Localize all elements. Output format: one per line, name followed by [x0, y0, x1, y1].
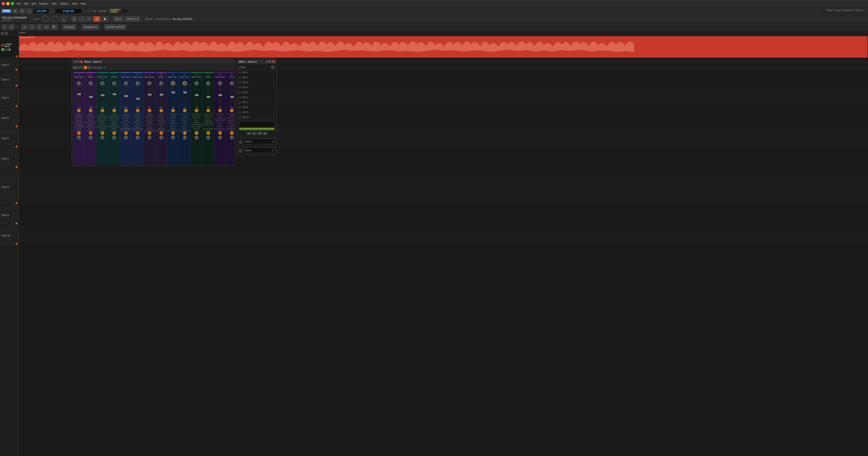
insert-gain-up[interactable]: ▶	[252, 132, 256, 135]
lock-btn-1[interactable]: 🔒	[8, 48, 11, 51]
tb3-file[interactable]: like-that_4566255	[104, 24, 126, 30]
insert-slot-6[interactable]: Slot 6	[237, 95, 276, 100]
ch-fader-4[interactable]	[90, 87, 91, 105]
ch-send-11[interactable]: ○	[171, 109, 175, 112]
insert-bottom-power1[interactable]: ○	[239, 140, 242, 144]
ch-fader-10[interactable]	[161, 87, 162, 105]
menu-patterns[interactable]: Patterns	[39, 2, 48, 5]
line-selector[interactable]: Line ▾	[113, 16, 123, 22]
mix-prev-btn[interactable]: ◀	[73, 66, 76, 69]
track-label-4[interactable]: Track 4	[0, 88, 18, 108]
track-label-2[interactable]: Track 2	[0, 58, 18, 72]
ch-fader-12[interactable]	[184, 87, 185, 105]
ch-knob-13[interactable]	[194, 81, 199, 86]
ch-send-8[interactable]: ○	[136, 109, 140, 112]
maximize-window-button[interactable]	[11, 2, 14, 5]
ch-knob-5[interactable]	[100, 81, 105, 86]
ch-bottom-send-13[interactable]	[195, 131, 198, 135]
ch-send-12[interactable]: ○	[183, 109, 187, 112]
ch-send-5[interactable]: ○	[101, 109, 104, 112]
arrow-btn[interactable]: →	[79, 16, 85, 22]
track-label-7[interactable]: Track 7	[0, 149, 18, 169]
stop-button[interactable]: ■	[20, 8, 25, 13]
ch-bottom-send-9[interactable]	[148, 131, 151, 135]
insert-slot-7[interactable]: Slot 7	[237, 100, 276, 105]
solo-btn-1[interactable]: S	[5, 48, 7, 51]
ch-send-13[interactable]: ○	[195, 109, 198, 112]
ch-fader-15[interactable]	[219, 87, 221, 105]
insert-titlebar[interactable]: Mixer - Insert 2 – □ ✕	[237, 59, 276, 64]
ch-fader-16[interactable]	[231, 87, 232, 105]
mixer-titlebar[interactable]: ✕ Mixer - Insert 2	[72, 59, 235, 64]
ch-bottom-send-12[interactable]	[183, 131, 187, 135]
track-label-1[interactable]: 2-Track BEAT ● S 🔒	[0, 36, 18, 58]
ch-knob-16[interactable]	[229, 81, 234, 86]
insert-close[interactable]: ✕	[272, 61, 275, 63]
ch-bottom-knob-6[interactable]	[112, 136, 116, 140]
track-label-10[interactable]: Track 10	[0, 226, 18, 246]
ch-bottom-send-7[interactable]	[124, 131, 128, 135]
ch-bottom-knob-5[interactable]	[100, 136, 104, 140]
insert-slot-5[interactable]: Slot 5	[237, 90, 276, 95]
mix-rec-btn[interactable]: ⊞	[84, 66, 87, 69]
ch-bottom-knob-9[interactable]	[148, 136, 152, 140]
ch-fader-3[interactable]	[78, 87, 80, 105]
ch-bottom-knob-13[interactable]	[194, 136, 198, 140]
track-label-5[interactable]: Track 5	[0, 108, 18, 128]
track-label-3[interactable]: Track 3	[0, 72, 18, 88]
ch-send-14[interactable]: ○	[207, 109, 210, 112]
ch-bottom-send-14[interactable]	[207, 131, 210, 135]
mixer-restore[interactable]	[77, 61, 80, 63]
ch-knob-8[interactable]	[135, 81, 140, 86]
insert-power-btn[interactable]: ○	[271, 65, 275, 69]
track-label-8[interactable]: Track 8	[0, 169, 18, 205]
play-button[interactable]: ▶	[13, 8, 18, 13]
tb3-zoom[interactable]: 🔍	[51, 24, 57, 30]
mute-btn-1[interactable]: ●	[1, 48, 4, 51]
ch-knob-14[interactable]	[206, 81, 211, 86]
track-label-9[interactable]: Track 9	[0, 205, 18, 226]
record-button[interactable]: ●	[27, 8, 31, 13]
insert-bottom-none1[interactable]: (none) ▾	[243, 139, 275, 144]
insert-gain-btn3[interactable]: ◀	[257, 132, 262, 135]
ch-bottom-send-8[interactable]	[136, 131, 140, 135]
insert-restore[interactable]: □	[269, 61, 271, 63]
menu-add[interactable]: Add	[31, 2, 36, 5]
mix-settings-btn[interactable]: ⚙	[88, 66, 91, 69]
ch-send-15[interactable]: ○	[218, 109, 222, 112]
minimize-window-button[interactable]	[6, 2, 9, 5]
ch-send-16[interactable]: ○	[230, 109, 234, 112]
mix-bookmark-btn[interactable]: ★	[77, 66, 80, 69]
add-track-button[interactable]: +	[1, 32, 4, 35]
mixer-minimize[interactable]	[74, 61, 76, 63]
ch-bottom-send-6[interactable]	[113, 131, 116, 135]
close-window-button[interactable]	[2, 2, 5, 5]
tb3-btn2[interactable]: ✕	[9, 24, 14, 30]
mix-plus-btn[interactable]: +	[80, 66, 84, 69]
ch-bottom-knob-8[interactable]	[136, 136, 140, 140]
grid-btn[interactable]: ⊞	[71, 16, 77, 22]
ch-knob-6[interactable]	[112, 81, 117, 86]
tempo-display[interactable]: 140.000	[33, 8, 49, 13]
ch-bottom-send-10[interactable]	[159, 131, 163, 135]
insert-slot-8[interactable]: Slot 8	[237, 105, 276, 110]
breadcrumb-arrangement[interactable]: Arrangement	[156, 18, 170, 20]
tb3-redo[interactable]: ↪	[29, 24, 35, 30]
ch-fader-13[interactable]	[196, 87, 197, 105]
tb3-arrangement[interactable]: Arrangement	[82, 24, 99, 30]
ch-knob-4[interactable]	[88, 81, 93, 86]
menu-tools[interactable]: Tools	[72, 2, 78, 5]
tb3-playlist[interactable]: ☰ Playlist	[62, 24, 76, 30]
ch-bottom-send-16[interactable]	[230, 131, 234, 135]
ch-bottom-knob-14[interactable]	[206, 136, 210, 140]
clip-like-that[interactable]: like-that_4566255	[19, 36, 868, 58]
ch-bottom-knob-16[interactable]	[230, 136, 234, 140]
tb3-btn1[interactable]: +	[2, 24, 7, 30]
hand-btn[interactable]: 🖐	[101, 16, 108, 22]
ch-send-7[interactable]: ○	[124, 109, 128, 112]
ch-fader-8[interactable]	[137, 87, 138, 105]
mixer-close[interactable]: ✕	[80, 61, 83, 63]
insert-slot-9[interactable]: Slot 9	[237, 110, 276, 115]
ch-bottom-send-4[interactable]	[89, 131, 93, 135]
ch-knob-10[interactable]	[159, 81, 163, 86]
